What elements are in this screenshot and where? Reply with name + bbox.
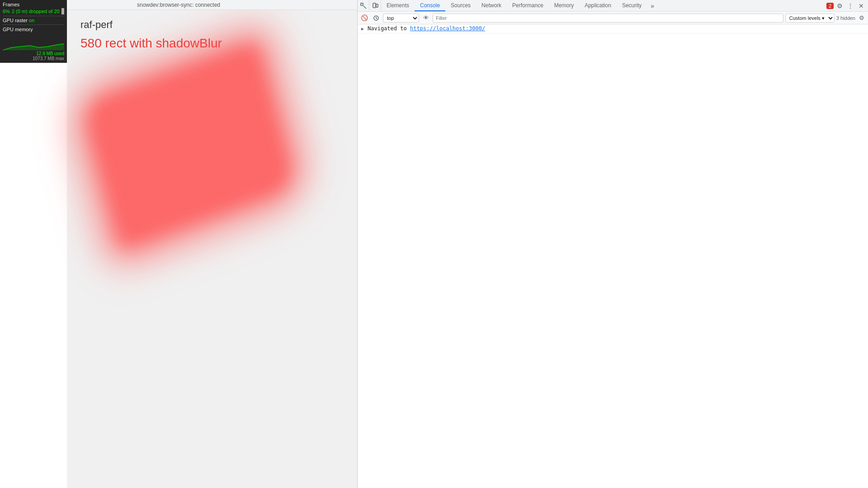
gpu-raster-status: on [29, 18, 34, 23]
page-subtitle: 580 rect with shadowBlur [80, 36, 344, 51]
main-content: raf-perf 580 rect with shadowBlur [67, 10, 357, 488]
devtools-topbar-right: 2 ⚙ ⋮ ✕ [826, 0, 868, 11]
navigate-url[interactable]: https://localhost:3000/ [410, 25, 485, 32]
devtools-tabs: Elements Console Sources Network Perform… [381, 0, 826, 11]
page-title: raf-perf [80, 19, 344, 31]
gpu-overlay: Frames 6% 2 (0 m) dropped of 20 GPU rast… [0, 0, 67, 63]
tab-network[interactable]: Network [476, 0, 507, 11]
eye-icon[interactable]: 👁 [421, 13, 431, 23]
svg-rect-2 [373, 3, 376, 8]
inspect-element-icon[interactable] [358, 0, 369, 11]
devtools-close-icon[interactable]: ✕ [856, 1, 866, 11]
device-mode-icon[interactable] [369, 0, 381, 11]
console-toolbar: 🚫 top 👁 Custom levels ▾ 3 hidden ⚙ [358, 12, 868, 24]
frames-dropped: 2 (0 m) dropped of 20 [12, 9, 60, 14]
expand-icon[interactable]: ▶ [361, 25, 368, 31]
tab-security[interactable]: Security [617, 0, 647, 11]
svg-rect-3 [376, 4, 378, 7]
more-tabs-button[interactable]: » [647, 0, 658, 11]
console-settings-icon[interactable]: ⚙ [857, 14, 866, 23]
tab-console[interactable]: Console [415, 0, 445, 11]
gpu-mem-values: 12.8 MB used 1073.7 MB max [3, 51, 64, 61]
hidden-count: 3 hidden [836, 15, 855, 21]
gpu-raster-label: GPU raster on [3, 18, 64, 23]
error-badge[interactable]: 2 [826, 3, 834, 9]
gpu-mem-max: 1073.7 MB max [33, 56, 64, 61]
frames-bar [61, 8, 64, 14]
svg-rect-1 [361, 3, 363, 5]
devtools-topbar: Elements Console Sources Network Perform… [358, 0, 868, 12]
frames-bar-container [61, 8, 64, 14]
tab-application[interactable]: Application [579, 0, 617, 11]
tab-performance[interactable]: Performance [507, 0, 549, 11]
devtools-more-icon[interactable]: ⋮ [845, 1, 855, 11]
svg-line-6 [376, 18, 377, 19]
console-filter-input[interactable] [433, 14, 783, 23]
tab-elements[interactable]: Elements [381, 0, 415, 11]
tab-memory[interactable]: Memory [549, 0, 579, 11]
gpu-mem-chart [3, 33, 64, 51]
canvas-area [80, 64, 361, 236]
svg-marker-0 [3, 44, 64, 50]
frames-percent: 6% [3, 9, 10, 14]
devtools-settings-icon[interactable]: ⚙ [835, 1, 844, 11]
preserve-log-icon[interactable] [371, 13, 381, 23]
status-message: snowdev:browser-sync: connected [137, 2, 220, 8]
devtools-panel: Elements Console Sources Network Perform… [357, 0, 868, 488]
context-select[interactable]: top [383, 14, 419, 23]
frames-label: Frames [3, 2, 64, 7]
navigate-text: Navigated to https://localhost:3000/ [368, 25, 485, 32]
gpu-mem-label: GPU memory [3, 27, 64, 32]
gpu-mem-used: 12.8 MB used [36, 51, 64, 56]
tab-sources[interactable]: Sources [445, 0, 476, 11]
console-content[interactable]: ▶ Navigated to https://localhost:3000/ [358, 24, 868, 488]
shadow-rect [80, 38, 298, 252]
log-levels-select[interactable]: Custom levels ▾ [785, 14, 835, 23]
clear-console-icon[interactable]: 🚫 [359, 13, 369, 23]
console-navigate-row: ▶ Navigated to https://localhost:3000/ [358, 24, 868, 33]
